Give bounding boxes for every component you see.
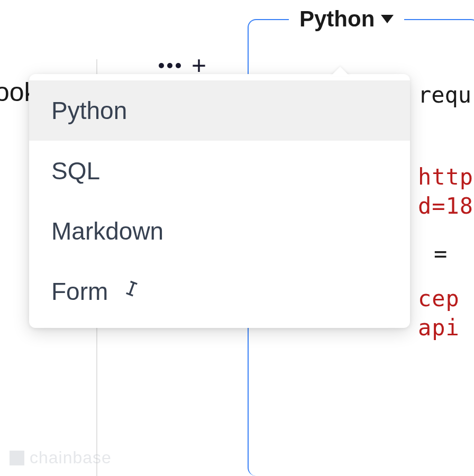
- code-fragment-import: requ: [418, 82, 471, 108]
- cell-type-selector[interactable]: Python: [289, 4, 404, 34]
- hammer-icon: [123, 277, 144, 306]
- dropdown-item-form[interactable]: Form: [29, 261, 410, 322]
- dropdown-item-label: Python: [51, 96, 127, 125]
- dropdown-pointer: [331, 67, 350, 76]
- dropdown-item-label: Form: [51, 277, 108, 306]
- watermark-text: chainbase: [30, 448, 112, 468]
- code-string: cep: [418, 286, 460, 312]
- code-string: api: [418, 315, 460, 341]
- more-icon[interactable]: [159, 63, 181, 68]
- dropdown-item-sql[interactable]: SQL: [29, 141, 410, 201]
- watermark-logo: [10, 451, 24, 465]
- dropdown-item-label: Markdown: [51, 217, 163, 245]
- watermark: chainbase: [10, 448, 112, 468]
- code-string: d=18: [418, 193, 473, 219]
- code-string: http: [418, 164, 473, 190]
- code-operator: =: [434, 241, 448, 267]
- cell-type-label: Python: [299, 6, 375, 32]
- cell-type-dropdown: Python SQL Markdown Form: [29, 74, 410, 328]
- dropdown-item-markdown[interactable]: Markdown: [29, 201, 410, 261]
- dropdown-item-label: SQL: [51, 157, 100, 185]
- caret-down-icon: [381, 15, 394, 23]
- dropdown-item-python[interactable]: Python: [29, 80, 410, 141]
